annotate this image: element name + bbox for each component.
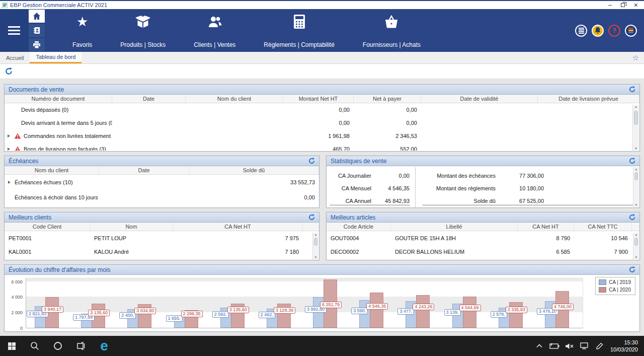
basket-icon <box>384 14 398 29</box>
expander-icon[interactable] <box>8 148 10 151</box>
volume-muted-icon <box>565 343 574 349</box>
table-row-devis-a-terme[interactable]: Devis arrivant à terme dans 5 jours (0) … <box>5 116 639 129</box>
vertical-scrollbar[interactable]: ▲▼ <box>632 105 639 151</box>
table-row-echeances-echues[interactable]: Échéances échues (10) 33 552,73 <box>5 175 319 190</box>
bell-icon <box>595 27 601 34</box>
news-icon <box>579 28 584 34</box>
cortana-button[interactable] <box>46 336 69 356</box>
nav-group-produits-stocks[interactable]: Produits | Stocks <box>106 9 180 52</box>
refresh-documents-button[interactable] <box>629 86 635 93</box>
restore-button[interactable] <box>621 3 625 7</box>
horizontal-scrollbar[interactable] <box>422 204 638 206</box>
edge-button[interactable]: e <box>93 336 116 356</box>
nav-group-favoris[interactable]: ★ Favoris <box>58 9 106 52</box>
panel-title: Documents de vente <box>9 86 629 93</box>
chart-bar-group: 2 821,933 940,17 <box>26 278 72 328</box>
panel-title: Échéances <box>9 158 308 165</box>
task-view-button[interactable] <box>69 336 93 356</box>
close-button[interactable]: × <box>634 2 638 8</box>
calculator-icon <box>293 14 305 29</box>
tray-expand-button[interactable] <box>532 344 547 348</box>
chart-bar-group: 2 492,3 129,39 <box>258 278 304 328</box>
bar-2020 <box>370 293 383 328</box>
ebp-logo-button[interactable] <box>625 25 637 37</box>
stat-montant-reglements: Montant des règlements10 180,00 <box>416 182 639 194</box>
table-row-bons-non-factures[interactable]: Bons de livraison non facturés (3) 465,7… <box>5 143 639 151</box>
table-row-echeances-a-echoir[interactable]: Échéances à échoir dans 10 jours (0) 0,0… <box>5 190 319 205</box>
vertical-scrollbar[interactable]: ▲▼ <box>633 233 639 259</box>
refresh-all-button[interactable] <box>5 67 13 75</box>
expander-icon[interactable] <box>8 181 11 184</box>
bar-label-2019: 3 139, <box>444 309 461 316</box>
bar-label-2020: 3 940,17 <box>42 306 63 313</box>
table-row-client[interactable]: KAL0001 KALOU André 7 180 <box>5 245 319 258</box>
hamburger-menu-button[interactable] <box>0 9 28 52</box>
search-button[interactable] <box>23 336 46 356</box>
print-tile-button[interactable] <box>28 38 45 52</box>
minimize-button[interactable]: – <box>608 2 612 8</box>
table-row-client[interactable]: PET0001 PETIT LOUP 7 975 <box>5 231 319 245</box>
network-button[interactable] <box>577 342 592 349</box>
battery-button[interactable] <box>547 343 562 349</box>
home-icon <box>33 12 41 20</box>
legend-entry-2020: CA | 2020 <box>599 287 631 293</box>
window-titlebar: EBP Gestion Commerciale ACTIV 2021 – × <box>0 0 644 9</box>
expander-icon[interactable] <box>8 134 10 137</box>
tab-tableau-de-bord[interactable]: Tableau de bord <box>30 52 82 63</box>
ebp-logo-icon <box>628 28 633 29</box>
windows-logo-icon <box>8 342 16 350</box>
hamburger-menu-icon <box>8 24 20 37</box>
people-icon <box>208 14 222 29</box>
home-tile-button[interactable] <box>28 9 45 23</box>
chart-bar-group: 2 578,3 335,93 <box>490 278 536 328</box>
refresh-echeances-button[interactable] <box>308 158 315 164</box>
chart-legend: CA | 2019 CA | 2020 <box>595 277 635 295</box>
vertical-scrollbar[interactable]: ▲▼ <box>312 233 318 259</box>
clock[interactable]: 15:30 10/03/2020 <box>607 339 644 353</box>
chart-bar-group: 1 797,643 135,60 <box>72 278 119 328</box>
panel-statistiques-de-vente: Statistiques de vente CA Journalier0,00 … <box>326 156 640 208</box>
start-button[interactable] <box>0 336 23 356</box>
panel-meilleurs-articles: Meilleurs articles Code ArticleLibelléCA… <box>326 212 640 260</box>
vertical-scrollbar[interactable]: ▲▼ <box>633 167 639 207</box>
bar-label-2020: 3 034,80 <box>134 308 156 314</box>
contacts-tile-button[interactable] <box>28 23 45 37</box>
refresh-articles-button[interactable] <box>629 214 635 221</box>
refresh-icon <box>308 158 315 164</box>
contacts-icon <box>33 27 41 34</box>
news-button[interactable] <box>575 25 587 37</box>
table-row-devis-depasses[interactable]: Devis dépassés (0) 0,00 0,00 <box>5 103 639 116</box>
favorite-star-icon[interactable]: ☆ <box>632 53 639 62</box>
tab-accueil[interactable]: Accueil <box>0 52 30 63</box>
network-icon <box>580 342 589 349</box>
refresh-statistiques-button[interactable] <box>629 158 635 164</box>
bar-label-2020: 3 135,60 <box>227 307 249 313</box>
chart-area: 0 2 000 4 000 6 000 2 821,933 940,171 79… <box>8 276 636 331</box>
print-icon <box>33 41 41 49</box>
help-button[interactable]: ? <box>608 25 620 37</box>
bar-label-2020: 3 135,60 <box>88 310 110 316</box>
star-icon: ★ <box>76 14 88 29</box>
bar-label-2019: 2 592, <box>212 311 229 318</box>
notifications-button[interactable] <box>592 25 604 37</box>
chart-bar-group: 2 400,3 034,80 <box>119 278 165 328</box>
table-row-article[interactable]: DECO0002 DECOR BALLONS HELIUM 6 585 7 90… <box>327 245 639 258</box>
nav-group-clients-ventes[interactable]: Clients | Ventes <box>180 9 250 52</box>
horizontal-scrollbar[interactable] <box>330 204 410 206</box>
panel-title: Meilleurs articles <box>331 214 629 221</box>
refresh-clients-button[interactable] <box>308 214 315 221</box>
edge-icon: e <box>100 339 108 353</box>
nav-group-fournisseurs-achats[interactable]: Fournisseurs | Achats <box>349 9 435 52</box>
nav-group-reglements-comptabilite[interactable]: Règlements | Comptabilité <box>250 9 349 52</box>
chevron-up-icon <box>536 344 542 348</box>
table-row-article[interactable]: GOUT0004 GOUTER DE 15H A 18H 8 790 10 54… <box>327 231 639 245</box>
volume-button[interactable] <box>562 343 577 349</box>
warning-icon <box>14 133 21 139</box>
refresh-icon <box>629 86 635 93</box>
bar-label-2020: 4 546,35 <box>366 303 388 310</box>
table-row-commandes-non-livrees[interactable]: Commandes non livrées totalement (2) 1 9… <box>5 129 639 143</box>
refresh-chart-button[interactable] <box>629 266 635 273</box>
windows-taskbar: e 15:30 10/03/2020 <box>0 336 644 356</box>
pen-button[interactable] <box>592 342 607 350</box>
stat-ca-mensuel: CA Mensuel4 546,35 <box>327 182 415 194</box>
